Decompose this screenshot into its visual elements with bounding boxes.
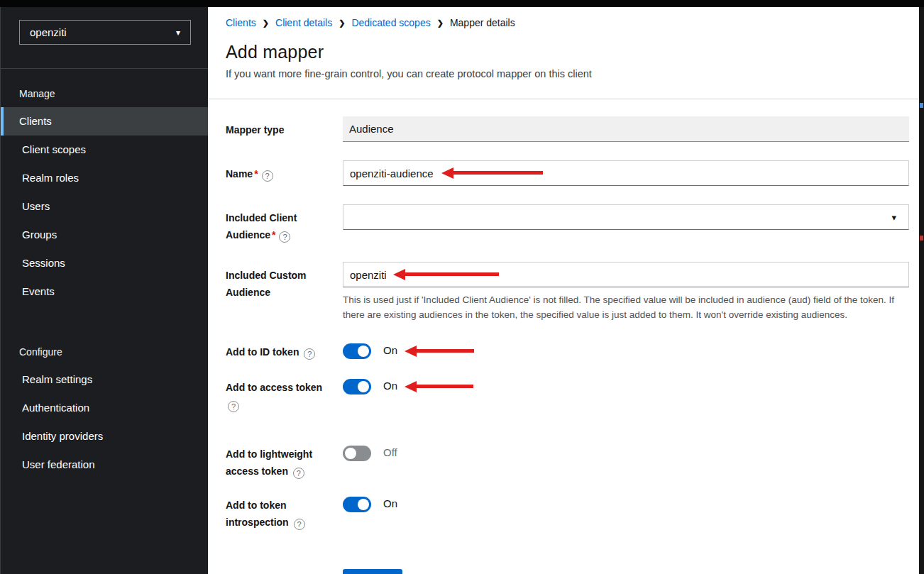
chevron-right-icon: ❯ [339, 18, 345, 28]
name-label: Name*? [226, 160, 343, 186]
scrollbar-mark-red [920, 236, 923, 241]
add-to-id-token-row: Add to ID token ? On [226, 343, 909, 360]
sidebar-item-events[interactable]: Events [1, 277, 208, 306]
chevron-right-icon: ❯ [437, 18, 444, 28]
mapper-type-label: Mapper type [226, 116, 343, 142]
name-input[interactable] [343, 160, 909, 186]
mapper-type-field [343, 116, 909, 142]
toggle-state-text: Off [383, 446, 397, 458]
add-to-id-token-toggle[interactable] [343, 343, 371, 359]
required-marker: * [253, 168, 259, 180]
sidebar-item-client-scopes[interactable]: Client scopes [1, 136, 208, 164]
annotation-arrow [405, 346, 474, 357]
add-to-token-introspection-row: Add to token introspection ? On [226, 497, 909, 531]
sidebar-item-clients[interactable]: Clients [1, 107, 208, 136]
page-header: Clients ❯ Client details ❯ Dedicated sco… [208, 7, 924, 99]
included-custom-audience-label: Included Custom Audience [226, 262, 343, 322]
sidebar-item-users[interactable]: Users [1, 192, 208, 221]
breadcrumb-link-clients[interactable]: Clients [226, 17, 256, 28]
help-icon[interactable]: ? [228, 401, 239, 412]
caret-down-icon: ▾ [176, 28, 180, 38]
add-to-token-introspection-toggle[interactable] [343, 497, 371, 512]
sidebar-item-sessions[interactable]: Sessions [1, 249, 208, 277]
add-to-token-introspection-label: Add to token introspection ? [226, 497, 343, 531]
included-client-audience-label: Included Client Audience*? [226, 204, 343, 243]
add-to-access-token-label: Add to access token ? [226, 379, 343, 413]
save-button[interactable]: Save [343, 569, 402, 574]
breadcrumb-link-dedicated-scopes[interactable]: Dedicated scopes [351, 17, 430, 28]
page-title: Add mapper [226, 42, 906, 62]
toggle-state-text: On [383, 379, 397, 392]
scrollbar-mark-blue [920, 103, 923, 108]
realm-selector-value: openziti [30, 26, 67, 38]
sidebar-item-authentication[interactable]: Authentication [1, 394, 208, 422]
add-to-access-token-toggle[interactable] [343, 379, 371, 394]
sidebar-item-groups[interactable]: Groups [1, 221, 208, 249]
page-subtitle: If you want more fine-grain control, you… [226, 68, 906, 79]
add-to-access-token-row: Add to access token ? On [226, 379, 909, 413]
required-marker: * [270, 229, 277, 241]
annotation-arrow [405, 381, 473, 392]
sidebar-item-user-federation[interactable]: User federation [1, 451, 208, 479]
breadcrumb: Clients ❯ Client details ❯ Dedicated sco… [226, 17, 906, 28]
breadcrumb-link-client-details[interactable]: Client details [275, 17, 332, 28]
included-custom-audience-row: Included Custom Audience This is used ju… [226, 262, 909, 322]
mapper-type-row: Mapper type [226, 116, 909, 142]
nav-section-configure: Configure [1, 338, 208, 365]
masthead-bar [0, 0, 924, 7]
included-custom-audience-input[interactable] [343, 262, 909, 287]
included-client-audience-select[interactable]: ▾ [343, 204, 909, 230]
toggle-state-text: On [383, 343, 397, 356]
help-icon[interactable]: ? [279, 231, 290, 243]
help-icon[interactable]: ? [294, 519, 305, 530]
add-to-lightweight-access-token-row: Add to lightweight access token ? Off [226, 446, 909, 480]
add-to-lightweight-access-token-label: Add to lightweight access token ? [226, 446, 343, 480]
mapper-form: Mapper type Name*? Included Client Audie… [208, 99, 924, 574]
form-actions: Save Cancel [343, 569, 909, 574]
sidebar-item-realm-roles[interactable]: Realm roles [1, 164, 208, 192]
sidebar-item-identity-providers[interactable]: Identity providers [1, 422, 208, 451]
sidebar-item-realm-settings[interactable]: Realm settings [1, 365, 208, 394]
add-to-lightweight-access-token-toggle[interactable] [343, 446, 371, 461]
caret-down-icon: ▾ [891, 212, 896, 223]
help-icon[interactable]: ? [304, 348, 315, 360]
sidebar: openziti ▾ Manage Clients Client scopes … [0, 7, 208, 574]
toggle-state-text: On [383, 497, 397, 509]
name-row: Name*? [226, 160, 909, 186]
main-content: Clients ❯ Client details ❯ Dedicated sco… [208, 7, 924, 574]
breadcrumb-current: Mapper details [450, 17, 515, 28]
included-client-audience-row: Included Client Audience*? ▾ [226, 204, 909, 243]
included-custom-audience-help: This is used just if 'Included Client Au… [343, 292, 907, 322]
nav-section-manage: Manage [1, 80, 208, 107]
help-icon[interactable]: ? [293, 468, 304, 479]
add-to-id-token-label: Add to ID token ? [226, 343, 343, 360]
nav-gap [1, 306, 208, 327]
chevron-right-icon: ❯ [263, 18, 269, 28]
realm-selector[interactable]: openziti ▾ [19, 20, 191, 45]
scrollbar[interactable] [919, 7, 924, 574]
help-icon[interactable]: ? [262, 170, 273, 182]
sidebar-divider [1, 68, 208, 69]
